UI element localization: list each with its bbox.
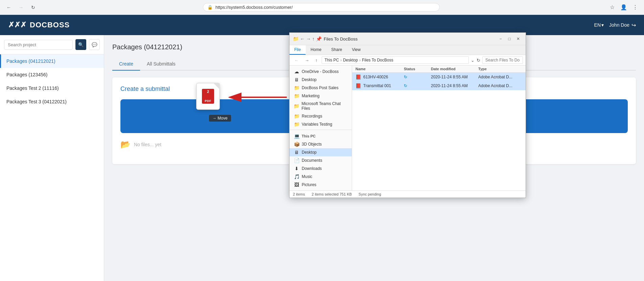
- sidebar-item-pkg1[interactable]: Packages (041212021): [0, 54, 104, 68]
- fe-filename-text: Transmittal 001: [363, 83, 391, 88]
- menu-button[interactable]: ⋮: [630, 3, 640, 12]
- fe-pc-icon: 💻: [294, 133, 300, 139]
- language-selector[interactable]: EN ▾: [594, 22, 604, 28]
- fe-statusbar: 2 items 2 items selected 751 KB Sync pen…: [290, 190, 526, 198]
- move-tooltip: → Move: [209, 115, 231, 122]
- url-text: https://system5.docboss.com/customer/: [215, 5, 435, 10]
- sidebar-item-label: Packages (041212021): [6, 58, 55, 64]
- fe-sidebar-3d-objects[interactable]: 📦 3D Objects: [290, 140, 352, 148]
- fe-path-sep-2: ›: [359, 58, 361, 62]
- fe-up-button[interactable]: ↑: [313, 57, 320, 63]
- fe-list-header: Name Status Date modified Type: [352, 66, 526, 73]
- user-info[interactable]: John Doe ↪: [609, 22, 636, 28]
- fe-sidebar-desktop[interactable]: 🖥 Desktop: [290, 76, 352, 84]
- tab-create[interactable]: Create: [112, 58, 140, 71]
- fe-file-type: Adobe Acrobat D...: [478, 75, 522, 79]
- fe-file-type: Adobe Acrobat D...: [478, 83, 522, 88]
- pdf-badge: 2 PDF: [202, 89, 214, 104]
- fe-ribbon-tab-file[interactable]: File: [290, 45, 306, 55]
- fe-sync-icon: ↻: [404, 75, 407, 79]
- fe-ribbon-tab-view[interactable]: View: [347, 45, 366, 55]
- fe-sidebar-downloads[interactable]: ⬇ Downloads: [290, 164, 352, 173]
- back-button[interactable]: ←: [4, 3, 14, 12]
- fe-sidebar-recordings[interactable]: 📁 Recordings: [290, 112, 352, 120]
- fe-file-row[interactable]: 📕 613HV-40026 ↻ 2020-11-24 8:55 AM Adobe…: [352, 73, 526, 81]
- search-button[interactable]: 🔍: [75, 39, 86, 50]
- fe-sidebar-label: Recordings: [302, 114, 322, 119]
- profile-button[interactable]: 👤: [619, 3, 628, 12]
- sidebar-item-pkg2[interactable]: Packages (123456): [0, 68, 104, 81]
- tab-all-submittals[interactable]: All Submittals: [140, 58, 182, 71]
- fe-sidebar-label: 3D Objects: [302, 142, 322, 147]
- fe-sidebar-label: Variables Testing: [302, 122, 332, 127]
- sidebar: 🔍 💬 Packages (041212021) Packages (12345…: [0, 35, 104, 281]
- fe-sidebar-videos[interactable]: 🎬 Videos: [290, 189, 352, 190]
- fe-close-button[interactable]: ✕: [514, 35, 522, 43]
- no-files-text: No files... yet: [134, 142, 161, 147]
- pdf-icon: 📕: [355, 74, 361, 80]
- fe-col-status: Status: [404, 67, 431, 71]
- sidebar-item-pkg3[interactable]: Packages Test 2 (11116): [0, 81, 104, 95]
- fe-forward-button[interactable]: →: [303, 57, 311, 63]
- fe-sidebar-desktop-this-pc[interactable]: 🖥 Desktop: [290, 148, 352, 156]
- lang-label: EN: [594, 22, 601, 28]
- fe-sidebar-music[interactable]: 🎵 Music: [290, 173, 352, 181]
- fe-back-button[interactable]: ←: [292, 57, 301, 63]
- header-right: EN ▾ John Doe ↪: [594, 22, 636, 28]
- fe-sidebar-label: Microsoft Teams Chat Files: [302, 101, 349, 111]
- forward-button[interactable]: →: [16, 3, 26, 12]
- fe-sidebar-variables-testing[interactable]: 📁 Variables Testing: [290, 120, 352, 128]
- pdf-file-icon-box: 2 PDF: [196, 83, 220, 110]
- address-bar: 🔒 https://system5.docboss.com/customer/: [203, 3, 440, 11]
- chat-button[interactable]: 💬: [89, 39, 100, 50]
- fe-sidebar-label: DocBoss Post Sales: [302, 85, 339, 90]
- fe-music-icon: 🎵: [294, 174, 300, 179]
- fe-col-date: Date modified: [431, 67, 478, 71]
- fe-path-part-desktop: Desktop: [343, 58, 358, 62]
- fe-refresh-button[interactable]: ↻: [477, 58, 480, 63]
- fe-file-status: ↻: [404, 83, 431, 88]
- fe-search-input[interactable]: [482, 56, 523, 64]
- fe-file-date: 2020-11-24 8:55 AM: [431, 75, 478, 79]
- lock-icon: 🔒: [207, 5, 213, 10]
- fe-sidebar-documents[interactable]: 📄 Documents: [290, 156, 352, 164]
- fe-sidebar-onedrive[interactable]: ☁ OneDrive - DocBoss: [290, 68, 352, 76]
- search-input[interactable]: [4, 40, 73, 50]
- pdf-number: 2: [207, 90, 209, 94]
- sidebar-item-label: Packages Test 2 (11116): [6, 85, 59, 91]
- lang-chevron: ▾: [601, 22, 604, 28]
- fe-forward-icon: →: [306, 36, 311, 42]
- fe-sidebar-marketing[interactable]: 📁 Marketing: [290, 92, 352, 100]
- browser-chrome: ← → ↻ 🔒 https://system5.docboss.com/cust…: [0, 0, 644, 15]
- fe-folder-icon: 📁: [294, 113, 300, 119]
- fe-downloads-icon: ⬇: [294, 166, 300, 171]
- fe-ribbon-tab-share[interactable]: Share: [326, 45, 347, 55]
- fe-window-title: Files To DocBoss: [324, 36, 495, 42]
- fe-ribbon-tab-home[interactable]: Home: [306, 45, 326, 55]
- fe-file-date: 2020-11-24 8:55 AM: [431, 83, 478, 88]
- search-bar: 🔍 💬: [0, 35, 104, 54]
- fe-cloud-icon: ☁: [294, 69, 300, 74]
- fe-maximize-button[interactable]: □: [505, 35, 513, 43]
- fe-sidebar-teams-chat[interactable]: 📁 Microsoft Teams Chat Files: [290, 100, 352, 112]
- app-logo: ✗✗✗ DOCBOSS: [8, 21, 70, 29]
- fe-address-bar: ← → ↑ This PC › Desktop › Files To DocBo…: [290, 55, 526, 66]
- sidebar-item-pkg4[interactable]: Packages Test 3 (04122021): [0, 95, 104, 108]
- fe-status-count: 2 items: [293, 192, 305, 196]
- reload-button[interactable]: ↻: [28, 3, 38, 12]
- fe-sidebar-docboss-post-sales[interactable]: 📁 DocBoss Post Sales: [290, 84, 352, 92]
- fe-back-icon: ←: [300, 36, 305, 42]
- fe-path-breadcrumb: This PC › Desktop › Files To DocBoss: [322, 56, 469, 64]
- fe-filename-text: 613HV-40026: [363, 75, 388, 79]
- fe-sidebar-pictures[interactable]: 🖼 Pictures: [290, 181, 352, 189]
- fe-dropdown-button[interactable]: ⌄: [471, 58, 475, 63]
- fe-3d-icon: 📦: [294, 142, 300, 147]
- bookmark-button[interactable]: ☆: [607, 3, 617, 12]
- fe-file-row[interactable]: 📕 Transmittal 001 ↻ 2020-11-24 8:55 AM A…: [352, 81, 526, 90]
- fe-minimize-button[interactable]: −: [497, 35, 505, 43]
- fe-sidebar-this-pc[interactable]: 💻 This PC: [290, 132, 352, 140]
- fe-status-selected: 2 items selected 751 KB: [312, 192, 352, 196]
- fe-desktop-icon: 🖥: [294, 150, 300, 155]
- fe-ribbon: File Home Share View: [290, 45, 526, 55]
- fe-path-sep-1: ›: [340, 58, 342, 62]
